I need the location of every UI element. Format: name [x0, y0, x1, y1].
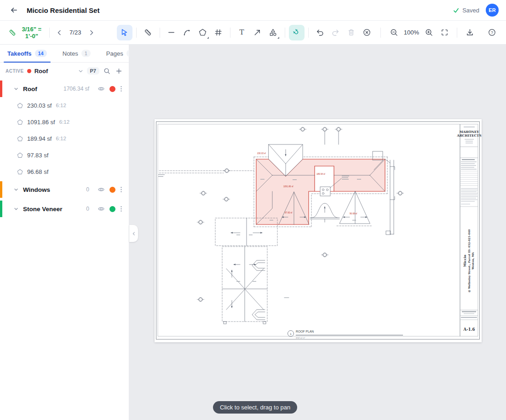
group-total: 0: [86, 186, 89, 193]
active-takeoff-row: ACTIVE Roof P7: [0, 63, 129, 79]
pentagon-icon: [198, 28, 207, 37]
takeoff-item[interactable]: 189.94 sf 6:12: [0, 130, 129, 147]
polygon-tool-button[interactable]: [195, 25, 211, 40]
group-total: 0: [86, 206, 89, 212]
top-header: Miccio Residential Set Saved ER: [0, 0, 506, 21]
project-address: @ Wellesley Street., Parcel ID: 032-021-…: [468, 230, 471, 293]
pentagon-icon: [17, 119, 23, 125]
zoom-out-button[interactable]: [386, 25, 402, 40]
page-indicator: 7/23: [67, 29, 84, 36]
view-title-callout: 1 ROOF PLAN 3/16"=1'-0": [288, 330, 403, 339]
visibility-eye-icon[interactable]: [97, 84, 106, 93]
divider: [380, 28, 381, 38]
pentagon-icon: [17, 152, 23, 158]
kebab-menu-icon[interactable]: [118, 185, 124, 194]
shapes-tool-button[interactable]: [265, 25, 281, 40]
active-color-dot: [27, 69, 31, 73]
text-tool-button[interactable]: T: [234, 25, 250, 40]
project-name: Miccio: [463, 255, 467, 267]
grid-tool-button[interactable]: [211, 25, 226, 40]
visibility-eye-icon[interactable]: [97, 204, 106, 213]
takeoff-item[interactable]: 97.83 sf: [0, 147, 129, 163]
measure-tool-button[interactable]: [140, 25, 156, 40]
cursor-icon: [120, 28, 129, 37]
chevron-down-icon[interactable]: [13, 206, 19, 212]
group-color-dot[interactable]: [109, 187, 115, 193]
undo-button[interactable]: [312, 25, 328, 40]
fullscreen-button[interactable]: [437, 25, 452, 40]
add-takeoff-button[interactable]: [115, 67, 123, 75]
page-next-button[interactable]: [86, 25, 98, 40]
item-area: 230.03 sf: [27, 102, 52, 109]
group-total: 1706.34 sf: [63, 86, 89, 92]
search-icon: [104, 68, 110, 75]
item-pitch: 6:12: [59, 119, 69, 125]
takeoff-item[interactable]: 230.03 sf 6:12: [0, 97, 129, 114]
group-name[interactable]: Roof: [23, 86, 37, 92]
back-button[interactable]: [7, 4, 20, 17]
arrow-tool-button[interactable]: [250, 25, 265, 40]
toolbar: 3/16" = 1'-0" 7/23: [0, 21, 506, 45]
item-area: 1091.86 sf: [27, 119, 55, 126]
scale-label: 3/16" = 1'-0": [20, 26, 44, 40]
group-name[interactable]: Stone Veneer: [23, 206, 63, 213]
app-window: Miccio Residential Set Saved ER 3/16" = …: [0, 0, 506, 420]
page-navigation: 7/23: [53, 25, 98, 40]
deselect-button[interactable]: [359, 25, 375, 40]
redo-button[interactable]: [328, 25, 344, 40]
check-icon: [453, 7, 460, 14]
chevron-down-icon[interactable]: [13, 187, 19, 192]
kebab-menu-icon[interactable]: [118, 204, 124, 213]
trash-icon: [347, 28, 356, 37]
takeoff-item[interactable]: 1091.86 sf 6:12: [0, 114, 129, 130]
page-title: Miccio Residential Set: [27, 6, 99, 14]
kebab-menu-icon[interactable]: [118, 84, 124, 93]
group-row-windows[interactable]: Windows 0: [0, 181, 129, 198]
pentagon-icon: [17, 169, 23, 175]
divider: [49, 28, 50, 38]
curve-tool-button[interactable]: [179, 25, 195, 40]
delete-button[interactable]: [344, 25, 359, 40]
group-row-roof[interactable]: Roof 1706.34 sf: [0, 81, 129, 97]
tab-notes[interactable]: Notes 1: [58, 45, 95, 62]
help-button[interactable]: ?: [484, 25, 500, 40]
project-city: Weston, MA: [472, 252, 474, 270]
select-tool-button[interactable]: [117, 25, 132, 40]
line-tool-button[interactable]: [164, 25, 179, 40]
sidebar-collapse-handle[interactable]: [129, 225, 138, 242]
zoom-level: 100%: [404, 29, 419, 36]
plus-icon: [115, 68, 122, 75]
chevron-down-icon[interactable]: [78, 68, 84, 74]
group-row-stone-veneer[interactable]: Stone Veneer 0: [0, 201, 129, 217]
group-color-dot[interactable]: [109, 206, 115, 212]
active-takeoff-name[interactable]: Roof: [34, 68, 48, 75]
tab-label: Pages: [106, 50, 123, 57]
zoom-in-button[interactable]: [421, 25, 437, 40]
group-color-dot[interactable]: [109, 86, 115, 92]
item-pitch: 6:12: [56, 103, 66, 108]
visibility-eye-icon[interactable]: [97, 185, 106, 194]
chevron-left-icon: [132, 231, 136, 236]
group-name[interactable]: Windows: [23, 186, 50, 193]
group-color-bar: [0, 201, 2, 217]
item-area: 97.83 sf: [27, 152, 48, 159]
takeoff-item[interactable]: 96.68 sf: [0, 163, 129, 180]
tab-takeoffs[interactable]: Takeoffs 14: [3, 45, 52, 62]
svg-text:1091.86 sf: 1091.86 sf: [283, 185, 293, 188]
download-icon: [466, 28, 474, 37]
svg-text:97.83 sf: 97.83 sf: [285, 212, 293, 214]
svg-text:189.94 sf: 189.94 sf: [316, 173, 326, 175]
scale-button[interactable]: 3/16" = 1'-0": [6, 26, 46, 40]
svg-text:96.68 sf: 96.68 sf: [350, 213, 357, 215]
tab-badge: 1: [81, 50, 91, 57]
page-prev-button[interactable]: [53, 25, 65, 40]
download-button[interactable]: [462, 25, 477, 40]
text-icon: T: [237, 28, 246, 37]
divider: [230, 28, 230, 38]
magnet-snap-tool-button[interactable]: [289, 25, 305, 40]
drawing-canvas[interactable]: MAHONEY ARCHITECTS: [129, 45, 506, 420]
chevron-down-icon[interactable]: [13, 86, 19, 92]
roof-plan-sheet[interactable]: MAHONEY ARCHITECTS: [155, 119, 482, 342]
search-button[interactable]: [103, 67, 111, 75]
avatar[interactable]: ER: [486, 4, 499, 17]
